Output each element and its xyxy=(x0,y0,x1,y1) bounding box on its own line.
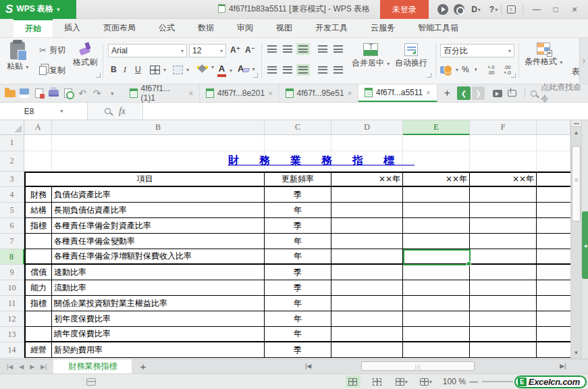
conditional-format-button[interactable]: 条件格式 ▾ xyxy=(525,43,562,68)
cell-group[interactable]: 財務 xyxy=(24,187,52,203)
shrink-font-button[interactable]: A⁻ xyxy=(245,45,255,55)
cell[interactable] xyxy=(537,327,570,342)
cell[interactable] xyxy=(537,342,570,358)
cell-group[interactable]: 經營 xyxy=(24,342,52,358)
cell[interactable] xyxy=(470,327,537,342)
cell[interactable] xyxy=(403,311,470,327)
cell[interactable] xyxy=(331,296,403,311)
cell-item[interactable]: 各種責任準備金淨增額對保費收入比率 xyxy=(52,249,265,265)
cell-group[interactable] xyxy=(24,234,52,249)
row-header-6[interactable]: 6 xyxy=(0,218,24,234)
cell-item[interactable]: 續年度保費比率 xyxy=(52,327,265,342)
cell[interactable] xyxy=(331,265,403,280)
cell[interactable] xyxy=(331,311,403,327)
cell[interactable] xyxy=(52,135,265,151)
column-header-c[interactable]: C xyxy=(265,120,331,135)
next-sheet-icon[interactable]: ▶ xyxy=(30,363,34,370)
close-tab-icon[interactable]: × xyxy=(268,89,272,97)
cell-item[interactable]: 速動比率 xyxy=(52,265,265,280)
close-tab-icon[interactable]: × xyxy=(348,89,352,97)
login-button[interactable]: 未登录 xyxy=(380,0,429,19)
cell[interactable] xyxy=(537,265,570,280)
fill-color-button[interactable]: ▾ xyxy=(197,64,214,70)
cell[interactable] xyxy=(537,203,570,218)
settings-circle-icon[interactable] xyxy=(453,3,465,16)
cell[interactable] xyxy=(403,280,470,296)
justify-icon[interactable] xyxy=(318,66,327,74)
header-cell-frequency[interactable]: 更新頻率 xyxy=(265,172,331,187)
increase-indent-icon[interactable] xyxy=(333,45,343,53)
cell[interactable] xyxy=(470,296,537,311)
doc-tab-3[interactable]: 4f67f...95e51× xyxy=(279,84,359,102)
cell[interactable] xyxy=(537,172,570,187)
alignment-dialog-launcher[interactable] xyxy=(427,73,431,78)
cell[interactable] xyxy=(537,280,570,296)
comma-style-button[interactable]: , xyxy=(475,62,477,72)
cell[interactable] xyxy=(24,151,52,172)
horizontal-scroll-track[interactable]: ||| xyxy=(314,361,557,371)
close-button[interactable]: × xyxy=(568,3,581,16)
cell-frequency[interactable]: 年 xyxy=(265,249,331,265)
cell[interactable] xyxy=(265,135,331,151)
clear-format-button[interactable]: A ▾ xyxy=(238,64,255,74)
row-header-2[interactable]: 2 xyxy=(0,151,24,172)
scroll-up-icon[interactable]: ▲ xyxy=(571,127,581,138)
header-cell-year[interactable]: ××年 xyxy=(470,172,537,187)
maximize-button[interactable]: □ xyxy=(550,3,562,16)
align-middle-icon[interactable] xyxy=(283,45,292,53)
header-cell-year[interactable]: ××年 xyxy=(331,172,403,187)
cell-frequency[interactable]: 季 xyxy=(265,280,331,296)
horizontal-scroll-thumb[interactable]: ||| xyxy=(361,361,475,371)
side-panel-handle[interactable]: ◀ xyxy=(582,211,588,279)
cell-frequency[interactable]: 季 xyxy=(265,187,331,203)
cell[interactable] xyxy=(470,280,537,296)
cell[interactable] xyxy=(470,249,537,265)
cell[interactable] xyxy=(537,151,570,172)
new-tab-button[interactable]: + xyxy=(440,86,454,100)
cell[interactable] xyxy=(537,135,570,151)
column-header-a[interactable]: A xyxy=(24,120,52,135)
cell[interactable] xyxy=(470,311,537,327)
align-bottom-icon[interactable] xyxy=(298,45,308,53)
wps-app-button[interactable]: S WPS 表格 ▾ xyxy=(0,0,76,19)
cell-group[interactable]: 指標 xyxy=(24,218,52,234)
tab-view[interactable]: 视图 xyxy=(265,19,304,37)
zoom-slider[interactable] xyxy=(482,381,513,382)
cell-frequency[interactable]: 年 xyxy=(265,203,331,218)
cell[interactable] xyxy=(331,249,403,265)
tab-page-layout[interactable]: 页面布局 xyxy=(92,19,147,37)
row-header-3[interactable]: 3 xyxy=(0,172,24,187)
row-header-13[interactable]: 13 xyxy=(0,327,24,342)
last-sheet-icon[interactable]: ▶| xyxy=(41,363,47,370)
normal-view-button[interactable] xyxy=(346,375,360,388)
tab-home[interactable]: 开始 xyxy=(14,19,53,37)
cell[interactable] xyxy=(331,342,403,358)
cell[interactable] xyxy=(537,234,570,249)
grow-font-button[interactable]: A⁺ xyxy=(230,45,240,55)
vertical-scroll-thumb[interactable] xyxy=(572,146,581,222)
decrease-decimal-button[interactable]: .00 +.0 xyxy=(504,65,511,76)
tab-list-icon[interactable] xyxy=(490,86,504,100)
cell[interactable] xyxy=(331,187,403,203)
cell-group[interactable]: 結構 xyxy=(24,203,52,218)
cell-item[interactable]: 各種責任準備金變動率 xyxy=(52,234,265,249)
cell[interactable] xyxy=(331,234,403,249)
zoom-out-button[interactable]: — xyxy=(470,377,478,386)
magnifier-icon[interactable] xyxy=(105,108,111,114)
cell-group[interactable]: 指標 xyxy=(24,296,52,311)
split-handle[interactable] xyxy=(571,120,581,127)
align-right-icon[interactable] xyxy=(298,66,308,74)
cell-frequency[interactable]: 季 xyxy=(265,265,331,280)
cell[interactable] xyxy=(331,327,403,342)
cell[interactable] xyxy=(403,327,470,342)
increase-decimal-button[interactable]: +.0 .00 xyxy=(487,65,495,76)
cell[interactable] xyxy=(403,135,470,151)
tab-developer[interactable]: 开发工具 xyxy=(304,19,359,37)
first-sheet-icon[interactable]: |◀ xyxy=(7,363,13,370)
open-file-icon[interactable] xyxy=(3,86,17,100)
close-tab-icon[interactable]: × xyxy=(426,88,430,97)
cell-item[interactable]: 流動比率 xyxy=(52,280,265,296)
column-header-e[interactable]: E xyxy=(403,120,470,135)
print-icon[interactable] xyxy=(46,86,60,100)
cell[interactable] xyxy=(403,187,470,203)
